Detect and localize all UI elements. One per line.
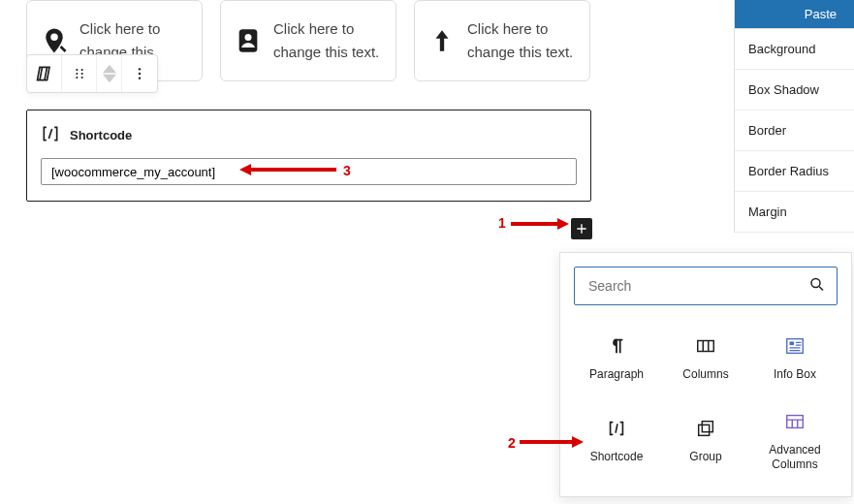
annotation-arrow-3 (239, 162, 336, 177)
sidebar-item-border-radius[interactable]: Border Radius (735, 151, 854, 192)
move-arrows (97, 55, 122, 92)
search-wrap (574, 267, 838, 305)
block-shortcode[interactable]: Shortcode (574, 400, 659, 483)
svg-marker-24 (239, 164, 251, 175)
svg-rect-16 (699, 425, 710, 436)
block-group[interactable]: Group (663, 400, 748, 483)
plus-icon (574, 221, 589, 236)
block-label: Columns (682, 367, 728, 383)
add-block-button[interactable] (571, 218, 592, 239)
block-label: Shortcode (590, 450, 644, 465)
block-advanced-columns[interactable]: Advanced Columns (752, 400, 838, 483)
location-pin-icon (39, 25, 70, 56)
group-icon (695, 417, 716, 440)
shortcode-block[interactable]: Shortcode (26, 110, 591, 202)
shortcode-header: Shortcode (41, 124, 577, 146)
block-columns[interactable]: Columns (663, 325, 748, 393)
paragraph-icon (606, 334, 627, 358)
svg-point-3 (76, 69, 78, 71)
block-label: Paragraph (589, 367, 644, 383)
block-info-box[interactable]: Info Box (752, 325, 838, 393)
shortcode-icon (606, 417, 627, 440)
block-label: Advanced Columns (756, 443, 834, 473)
annotation-arrow-2 (520, 434, 584, 450)
block-toolbar (26, 54, 158, 93)
info-card-text: Click here to change this text. (467, 17, 578, 64)
columns-icon (695, 334, 716, 358)
svg-point-0 (51, 35, 57, 41)
block-grid: Paragraph Columns Info Box Shortcode Gro… (574, 325, 838, 483)
svg-rect-17 (702, 422, 712, 432)
annotation-arrow-1 (511, 216, 569, 232)
arrow-up-icon (427, 25, 458, 56)
svg-point-5 (76, 77, 78, 79)
paste-button[interactable]: Paste (735, 0, 854, 29)
sidebar-item-border[interactable]: Border (735, 110, 854, 151)
annotation-label-3: 3 (343, 163, 351, 178)
shortcode-title: Shortcode (70, 128, 132, 142)
block-label: Group (689, 450, 721, 465)
svg-point-12 (811, 279, 820, 288)
svg-marker-22 (572, 436, 584, 448)
info-card[interactable]: Click here to change this text. (414, 0, 590, 81)
block-paragraph[interactable]: Paragraph (574, 325, 659, 393)
block-type-button[interactable] (27, 55, 62, 92)
settings-sidebar: Paste Background Box Shadow Border Borde… (734, 0, 854, 233)
contact-icon (233, 25, 264, 56)
sidebar-item-box-shadow[interactable]: Box Shadow (735, 70, 854, 110)
drag-handle-button[interactable] (62, 55, 97, 92)
info-card-text: Click here to change this text. (273, 17, 384, 64)
svg-marker-20 (557, 218, 569, 230)
block-label: Info Box (774, 367, 816, 383)
svg-point-2 (245, 34, 252, 41)
move-up-button[interactable] (103, 64, 116, 74)
info-card[interactable]: Click here to change this text. (220, 0, 396, 81)
svg-point-4 (76, 73, 78, 75)
block-inserter-popover: Paragraph Columns Info Box Shortcode Gro… (559, 252, 852, 497)
svg-rect-13 (698, 341, 714, 352)
svg-point-10 (139, 73, 141, 75)
svg-point-7 (80, 73, 82, 75)
more-options-button[interactable] (122, 55, 157, 92)
annotation-label-2: 2 (508, 435, 516, 451)
svg-point-9 (139, 68, 141, 70)
annotation-label-1: 1 (498, 215, 506, 231)
svg-point-11 (139, 77, 141, 79)
svg-rect-15 (790, 341, 795, 345)
move-down-button[interactable] (103, 74, 116, 83)
svg-rect-18 (787, 415, 804, 427)
search-input[interactable] (574, 267, 838, 305)
shortcode-icon (41, 124, 60, 146)
svg-point-6 (80, 69, 82, 71)
search-icon[interactable] (808, 276, 826, 297)
svg-point-8 (80, 77, 82, 79)
advanced-columns-icon (784, 410, 806, 433)
sidebar-item-margin[interactable]: Margin (735, 192, 854, 233)
info-box-icon (784, 334, 806, 358)
sidebar-item-background[interactable]: Background (735, 29, 854, 70)
